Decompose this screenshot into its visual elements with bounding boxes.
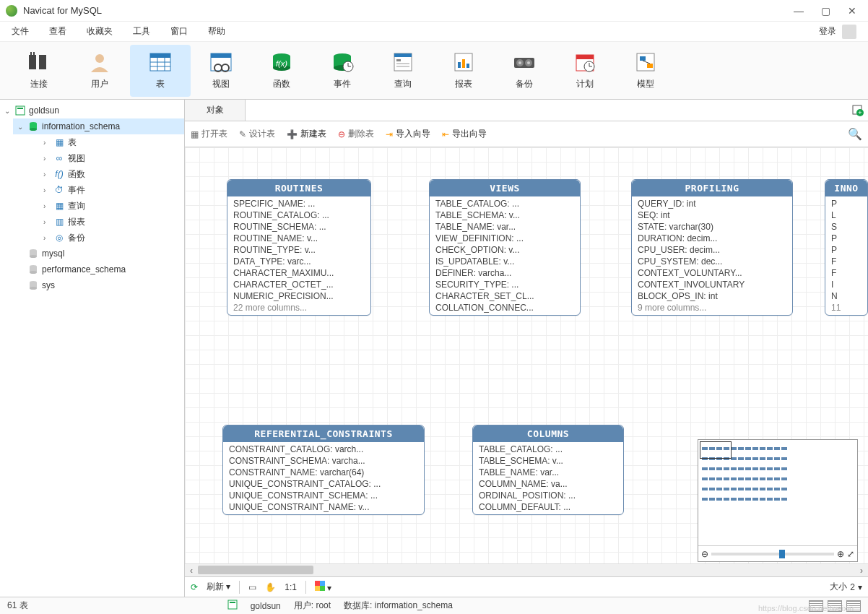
entity-column: COLUMN_NAME: va... [473,478,623,490]
entity-column: ROUTINE_NAME: v... [227,233,370,244]
svg-point-61 [30,287,37,290]
tree-node-0[interactable]: ›▦表 [39,134,184,150]
connection-icon [14,105,26,116]
scroll-right-button[interactable]: › [855,564,868,577]
design-table-button[interactable]: ✎设计表 [239,128,275,140]
login-link[interactable]: 登录 [819,25,836,38]
entity-columns[interactable]: COLUMNSTABLE_CATALOG: ...TABLE_SCHEMA: v… [472,425,624,515]
entity-header: REFERENTIAL_CONSTRAINTS [223,425,424,442]
entity-header: INNO [825,180,867,196]
menu-bar: 文件 查看 收藏夹 工具 窗口 帮助 登录 [0,22,868,42]
toolbar-function[interactable]: f(x)函数 [251,45,312,97]
entity-column: P [825,198,867,209]
toolbar-model[interactable]: 模型 [615,45,676,97]
menu-window[interactable]: 窗口 [170,25,188,38]
tab-objects[interactable]: 对象 [185,100,246,121]
add-tab-button[interactable]: + [848,100,868,121]
tree-db-sys[interactable]: sys [13,277,184,293]
minimap-viewport[interactable] [700,441,732,459]
tree-node-2[interactable]: ›f()函数 [39,166,184,182]
toolbar-query[interactable]: 查询 [373,45,433,97]
tree-database[interactable]: ⌄ information_schema [13,118,184,134]
toolbar-backup[interactable]: 备份 [494,45,555,97]
menu-favorites[interactable]: 收藏夹 [87,25,113,38]
menu-tools[interactable]: 工具 [133,25,150,38]
minimize-button[interactable]: — [794,5,804,17]
export-wizard-button[interactable]: ⇤导出向导 [442,128,487,140]
entity-referential_constraints[interactable]: REFERENTIAL_CONSTRAINTSCONSTRAINT_CATALO… [222,425,425,515]
toolbar-connect[interactable]: 连接 [9,45,69,97]
minimap[interactable]: ⊖ ⊕ ⤢ [698,439,858,562]
refresh-icon[interactable]: ⟳ [191,582,198,592]
menu-view[interactable]: 查看 [49,25,66,38]
size-label: 大小 [830,581,847,593]
svg-rect-12 [211,53,231,58]
minimap-view[interactable] [698,440,857,545]
zoom-bar: ⊖ ⊕ ⤢ [698,545,857,561]
entity-column: CONSTRAINT_CATALOG: varch... [223,444,424,455]
entity-column: TABLE_SCHEMA: v... [473,455,623,467]
zoom-out-button[interactable]: ⊖ [701,549,708,559]
svg-rect-49 [17,108,23,109]
tree-node-4[interactable]: ›▦查询 [39,198,184,214]
entity-profiling[interactable]: PROFILINGQUERY_ID: intSEQ: intSTATE: var… [631,179,793,316]
search-icon[interactable]: 🔍 [848,127,862,141]
entity-column: CPU_SYSTEM: dec... [632,256,792,267]
zoom-fit-button[interactable]: ⤢ [847,549,854,559]
toolbar-table[interactable]: 表 [130,45,191,97]
svg-text:f(x): f(x) [276,59,287,68]
diagram-canvas[interactable]: COLUMNSTABLE_CATALOG: ...TABLE_SCHEMA: v… [185,147,868,597]
menu-help[interactable]: 帮助 [208,25,225,38]
menu-file[interactable]: 文件 [12,25,29,38]
entity-column: STATE: varchar(30) [632,221,792,233]
pointer-tool[interactable]: ▭ [248,582,256,592]
horizontal-scrollbar[interactable]: ‹ › [185,563,868,576]
entity-views[interactable]: VIEWSTABLE_CATALOG: ...TABLE_SCHEMA: v..… [429,179,581,316]
tree-connection[interactable]: ⌄ goldsun [0,103,184,118]
avatar-icon[interactable] [842,25,856,39]
scrollbar-thumb[interactable] [198,566,313,574]
tree-connection-label: goldsun [29,105,59,116]
zoom-in-button[interactable]: ⊕ [837,549,844,559]
entity-more: 9 more columns... [632,302,792,314]
svg-rect-68 [320,586,325,591]
fit-tool[interactable]: 1:1 [285,582,297,592]
size-dropdown[interactable]: ▾ [858,582,862,592]
entity-column: COLLATION_CONNEC... [430,302,580,314]
scroll-left-button[interactable]: ‹ [185,564,198,577]
zoom-slider[interactable] [711,553,834,555]
entity-column: UNIQUE_CONSTRAINT_SCHEMA: ... [223,490,424,501]
hand-tool[interactable]: ✋ [265,582,276,592]
color-button[interactable]: ▾ [315,581,331,593]
connection-icon [227,600,238,612]
entity-inno[interactable]: INNOPLSPPFFIN11 [825,179,868,316]
entity-column: COLUMN_DEFAULT: ... [473,501,623,513]
tree-node-5[interactable]: ›▥报表 [39,214,184,230]
tree-node-1[interactable]: ›∞视图 [39,150,184,166]
delete-table-button[interactable]: ⊖删除表 [338,128,374,140]
tree-node-3[interactable]: ›⏱事件 [39,182,184,198]
status-connection: goldsun [251,601,281,611]
entity-column: ROUTINE_SCHEMA: ... [227,221,370,233]
open-table-button[interactable]: ▦打开表 [191,128,227,140]
toolbar-schedule[interactable]: 计划 [555,45,615,97]
entity-column: CONSTRAINT_SCHEMA: varcha... [223,455,424,467]
refresh-button[interactable]: 刷新 ▾ [207,581,230,593]
open-icon: ▦ [191,129,199,139]
entity-routines[interactable]: ROUTINESSPECIFIC_NAME: ...ROUTINE_CATALO… [227,179,371,316]
toolbar-user[interactable]: 用户 [69,45,130,97]
import-wizard-button[interactable]: ⇥导入向导 [386,128,430,140]
close-button[interactable]: ✕ [848,5,856,17]
maximize-button[interactable]: ▢ [821,5,830,17]
tree-db-mysql[interactable]: mysql [13,246,184,261]
toolbar-view[interactable]: 视图 [191,45,251,97]
connect-icon [26,51,52,74]
canvas-bottom-bar: ⟳ 刷新 ▾ ▭ ✋ 1:1 ▾ 大小 2 ▾ [185,576,868,597]
entity-column: F [825,256,867,267]
toolbar-report[interactable]: 报表 [433,45,494,97]
tree-node-6[interactable]: ›◎备份 [39,230,184,246]
tree-db-performance_schema[interactable]: performance_schema [13,261,184,277]
toolbar-event[interactable]: 事件 [312,45,373,97]
entity-column: DATA_TYPE: varc... [227,256,370,267]
new-table-button[interactable]: ➕新建表 [287,128,326,140]
